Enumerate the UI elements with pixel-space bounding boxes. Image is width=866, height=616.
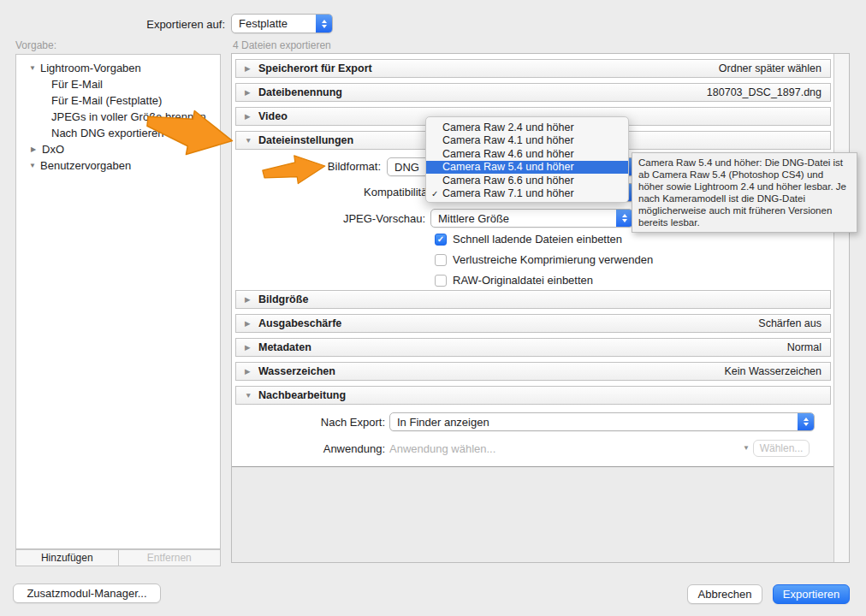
disclosure-closed-icon: ▶ [245,295,258,304]
cancel-button[interactable]: Abbrechen [687,584,762,604]
tree-label: DxO [42,143,64,156]
checkbox-label: Schnell ladende Dateien einbetten [453,233,622,246]
section-title: Dateieinstellungen [258,134,353,146]
menu-item-camera-raw-4-1[interactable]: Camera Raw 4.1 und höher [426,134,628,148]
after-export-select[interactable]: In Finder anzeigen [389,412,815,431]
preset-buttons: Hinzufügen Entfernen [15,549,221,566]
menu-item-label: Camera Raw 5.4 und höher [442,161,574,173]
section-title: Bildgröße [258,293,308,305]
section-title: Ausgabeschärfe [258,317,341,329]
disclosure-closed-icon: ▶ [245,64,258,73]
plugin-manager-button[interactable]: Zusatzmodul-Manager... [13,583,161,603]
section-summary: 180703_DSC_1897.dng [707,86,822,98]
section-title: Video [258,110,288,122]
menu-item-camera-raw-2-4[interactable]: Camera Raw 2.4 und höher [426,121,628,134]
stepper-up-icon [622,214,627,217]
checkbox-checked[interactable]: ✓ [435,234,447,246]
disclosure-open-icon: ▼ [245,136,258,145]
checkbox-unchecked[interactable] [435,254,447,266]
disclosure-open-icon[interactable]: ▼ [29,64,40,72]
section-ausgabeschaerfe[interactable]: ▶ Ausgabeschärfe Schärfen aus [235,314,831,333]
checkbox-label: RAW-Originaldatei einbetten [453,274,593,287]
checkbox-unchecked[interactable] [435,275,447,287]
after-export-value: In Finder anzeigen [397,413,795,430]
export-to-label: Exportieren auf: [101,18,225,31]
embed-raw-checkbox-row: RAW-Originaldatei einbetten [435,274,593,287]
section-summary: Kein Wasserzeichen [725,365,822,377]
jpeg-preview-select[interactable]: Mittlere Größe [430,209,633,228]
menu-item-label: Camera Raw 7.1 und höher [442,187,574,199]
add-preset-button[interactable]: Hinzufügen [16,550,118,566]
section-title: Nachbearbeitung [258,389,346,401]
stepper-down-icon [804,423,809,426]
section-title: Metadaten [258,341,311,353]
disclosure-closed-icon: ▶ [245,112,258,121]
menu-item-camera-raw-4-6[interactable]: Camera Raw 4.6 und höher [426,147,628,161]
section-title: Dateibenennung [258,86,342,98]
export-button[interactable]: Exportieren [773,584,850,604]
tree-label: Benutzervorgaben [40,159,131,172]
section-title: Wasserzeichen [258,365,335,377]
menu-item-label: Camera Raw 6.6 und höher [442,175,574,187]
menu-item-camera-raw-7-1[interactable]: ✓ Camera Raw 7.1 und höher [426,187,628,201]
disclosure-open-icon[interactable]: ▼ [29,162,40,169]
section-wasserzeichen[interactable]: ▶ Wasserzeichen Kein Wasserzeichen [235,362,831,381]
post-processing-content: Nach Export: In Finder anzeigen Anwendun… [232,410,834,466]
application-dropdown-icon[interactable]: ▼ [743,444,750,452]
tree-label: Für E-Mail [51,78,103,91]
lossy-compression-checkbox-row: Verlustreiche Komprimierung verwenden [435,253,653,266]
disclosure-closed-icon[interactable]: ▶ [31,145,42,153]
application-placeholder: Anwendung wählen... [389,442,495,455]
files-summary: 4 Dateien exportieren [233,39,331,51]
export-to-select[interactable]: Festplatte [231,14,333,33]
menu-item-label: Camera Raw 2.4 und höher [442,121,574,133]
tree-label: Für E-Mail (Festplatte) [51,94,162,107]
menu-item-camera-raw-6-6[interactable]: Camera Raw 6.6 und höher [426,174,628,187]
stepper-down-icon [622,219,627,222]
fast-load-checkbox-row: ✓ Schnell ladende Dateien einbetten [435,233,622,246]
after-export-label: Nach Export: [313,416,385,429]
section-metadaten[interactable]: ▶ Metadaten Normal [235,338,831,357]
stepper-icon[interactable] [798,413,814,430]
sidebar-item-fuer-email-festplatte[interactable]: Für E-Mail (Festplatte) [16,92,220,109]
tree-label: Lightroom-Vorgaben [40,62,141,74]
checkmark-icon: ✓ [437,234,444,244]
sidebar-item-lightroom-vorgaben[interactable]: ▼ Lightroom-Vorgaben [16,60,220,76]
section-summary: Ordner später wählen [719,62,822,74]
section-dateibenennung[interactable]: ▶ Dateibenennung 180703_DSC_1897.dng [235,83,831,102]
compatibility-tooltip: Camera Raw 5.4 und höher: Die DNG-Datei … [632,152,857,233]
compatibility-label: Kompatibilität: [364,186,434,198]
presets-heading: Vorgabe: [15,39,56,51]
section-summary: Schärfen aus [758,317,822,329]
stepper-up-icon [322,20,327,23]
stepper-icon[interactable] [316,15,332,33]
disclosure-closed-icon: ▶ [245,88,258,97]
menu-item-camera-raw-5-4[interactable]: Camera Raw 5.4 und höher [426,161,628,175]
section-title: Speicherort für Export [258,62,372,74]
remove-preset-button[interactable]: Entfernen [118,550,221,566]
annotation-arrow-small-icon [260,152,330,187]
menu-item-label: Camera Raw 4.6 und höher [442,148,574,160]
compatibility-menu: Camera Raw 2.4 und höher Camera Raw 4.1 … [425,116,629,203]
choose-application-button[interactable]: Wählen... [753,440,810,457]
disclosure-closed-icon: ▶ [245,319,258,328]
stepper-up-icon [804,418,809,421]
jpeg-preview-label: JPEG-Vorschau: [283,212,425,225]
jpeg-preview-value: Mittlere Größe [438,210,614,227]
sidebar-item-fuer-email[interactable]: Für E-Mail [16,76,220,92]
export-to-value: Festplatte [239,15,313,33]
section-speicherort[interactable]: ▶ Speicherort für Export Ordner später w… [235,59,831,78]
scrollbar-track[interactable] [833,54,849,562]
disclosure-open-icon: ▼ [245,391,258,400]
section-nachbearbeitung[interactable]: ▼ Nachbearbeitung [235,386,831,405]
stepper-down-icon [322,25,327,28]
menu-item-label: Camera Raw 4.1 und höher [442,134,574,146]
checkmark-icon: ✓ [431,189,442,198]
annotation-arrow-large-icon [142,108,238,161]
checkbox-label: Verlustreiche Komprimierung verwenden [453,253,653,266]
stepper-icon[interactable] [616,210,632,227]
section-summary: Normal [787,341,822,353]
panel-empty-area [232,466,834,562]
application-label: Anwendung: [313,442,385,455]
section-bildgroesse[interactable]: ▶ Bildgröße [235,290,831,309]
